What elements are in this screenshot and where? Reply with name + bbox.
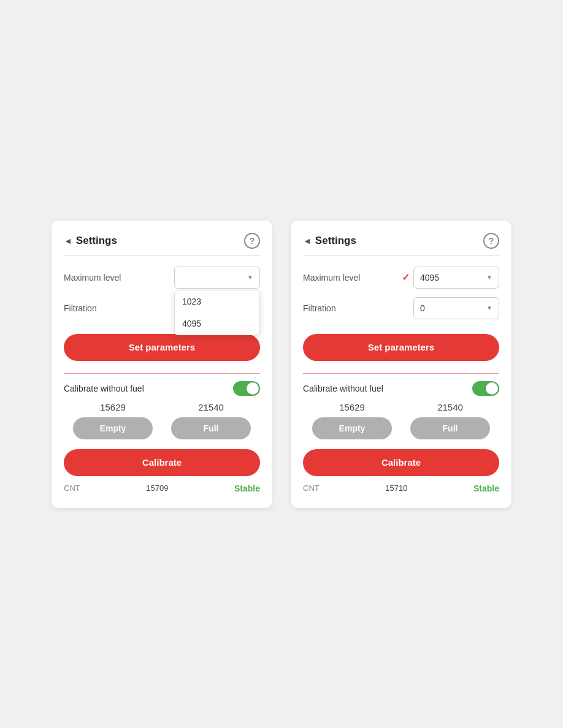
filtration-dropdown-btn-right[interactable]: 0 ▼ (413, 297, 499, 319)
check-icon: ✓ (402, 271, 410, 283)
back-arrow-icon-right[interactable]: ◄ (303, 236, 312, 246)
cnt-row-right: CNT 15710 Stable (303, 483, 499, 493)
max-level-dropdown-btn-right[interactable]: 4095 ▼ (413, 267, 499, 289)
value2-left: 21540 (198, 402, 224, 412)
dropdown-menu-left: 1023 4095 (174, 290, 260, 335)
calibrate-row-left: Calibrate without fuel (64, 381, 260, 396)
header-right-left: ◄ Settings (303, 235, 356, 247)
calibrate-row-right: Calibrate without fuel (303, 381, 499, 396)
calibrate-toggle-left[interactable] (233, 381, 260, 396)
value2-right: 21540 (437, 402, 463, 412)
page-container: ◄ Settings ? Maximum level ▼ 1023 4095 F… (0, 0, 563, 728)
max-level-dropdown-btn-left[interactable]: ▼ (174, 267, 260, 289)
dropdown-arrow-right-icon: ▼ (486, 274, 492, 281)
values-row-right: 15629 21540 (303, 402, 499, 412)
calibrate-btn-right[interactable]: Calibrate (303, 449, 499, 476)
empty-btn-right[interactable]: Empty (312, 417, 392, 439)
filtration-dropdown-right[interactable]: 0 ▼ (413, 297, 499, 319)
full-btn-left[interactable]: Full (171, 417, 251, 439)
filtration-label-right: Filtration (303, 303, 336, 313)
stable-label-right: Stable (473, 483, 499, 493)
panel-right-header: ◄ Settings ? (303, 233, 499, 256)
max-level-dropdown-right[interactable]: 4095 ▼ (413, 267, 499, 289)
filtration-label-left: Filtration (64, 303, 97, 313)
divider-left (64, 373, 260, 374)
max-level-label-right: Maximum level (303, 273, 360, 282)
btn-row-right: Empty Full (303, 417, 499, 439)
max-level-value-right: 4095 (420, 273, 439, 282)
dropdown-item-1023[interactable]: 1023 (175, 290, 259, 313)
full-btn-right[interactable]: Full (410, 417, 490, 439)
cnt-value-left: 15709 (146, 483, 168, 493)
cnt-value-right: 15710 (385, 483, 407, 493)
divider-right (303, 373, 499, 374)
max-level-row-right: Maximum level ✓ 4095 ▼ (303, 267, 499, 289)
calibrate-without-fuel-label-left: Calibrate without fuel (64, 384, 144, 393)
panel-left-title: Settings (76, 235, 117, 247)
panel-right: ◄ Settings ? Maximum level ✓ 4095 ▼ Filt… (291, 221, 511, 508)
panel-left-header: ◄ Settings ? (64, 233, 260, 256)
back-arrow-icon[interactable]: ◄ (64, 236, 72, 246)
panel-right-title: Settings (315, 235, 356, 247)
calibrate-btn-left[interactable]: Calibrate (64, 449, 260, 476)
cnt-label-left: CNT (64, 483, 80, 493)
set-params-btn-right[interactable]: Set parameters (303, 334, 499, 361)
max-level-dropdown-left[interactable]: ▼ 1023 4095 (174, 267, 260, 289)
set-params-btn-left[interactable]: Set parameters (64, 334, 260, 361)
calibrate-toggle-right[interactable] (472, 381, 499, 396)
value1-right: 15629 (339, 402, 365, 412)
max-level-row-left: Maximum level ▼ 1023 4095 (64, 267, 260, 289)
cnt-row-left: CNT 15709 Stable (64, 483, 260, 493)
filtration-value-right: 0 (420, 303, 425, 313)
values-row-left: 15629 21540 (64, 402, 260, 412)
btn-row-left: Empty Full (64, 417, 260, 439)
header-left: ◄ Settings (64, 235, 117, 247)
stable-label-left: Stable (234, 483, 260, 493)
calibrate-without-fuel-label-right: Calibrate without fuel (303, 384, 383, 393)
help-icon-right[interactable]: ? (483, 233, 499, 249)
dropdown-arrow-icon: ▼ (247, 274, 253, 281)
panel-left: ◄ Settings ? Maximum level ▼ 1023 4095 F… (52, 221, 272, 508)
filtration-row-right: Filtration 0 ▼ (303, 297, 499, 319)
dropdown-item-4095[interactable]: 4095 (175, 313, 259, 335)
max-level-with-check: ✓ 4095 ▼ (402, 267, 499, 289)
help-icon-left[interactable]: ? (244, 233, 260, 249)
value1-left: 15629 (100, 402, 126, 412)
max-level-label-left: Maximum level (64, 273, 121, 282)
cnt-label-right: CNT (303, 483, 320, 493)
filtration-arrow-right-icon: ▼ (486, 305, 492, 311)
empty-btn-left[interactable]: Empty (73, 417, 153, 439)
